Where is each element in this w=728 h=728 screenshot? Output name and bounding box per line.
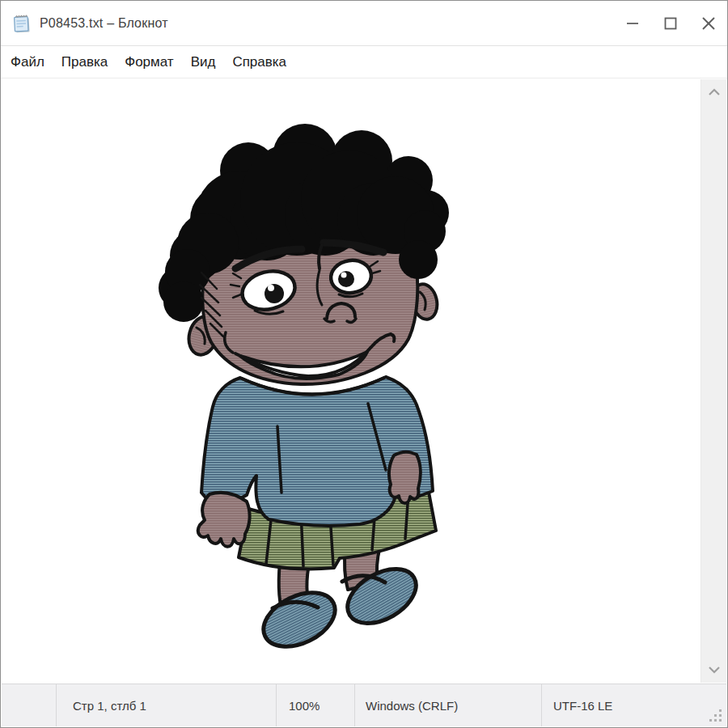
resize-grip-icon[interactable] bbox=[709, 709, 722, 722]
menu-item-help[interactable]: Справка bbox=[232, 54, 286, 70]
menu-item-format[interactable]: Формат bbox=[125, 54, 173, 70]
notepad-window: P08453.txt – Блокнот Файл Правка bbox=[0, 0, 728, 728]
status-zoom-level: 100% bbox=[277, 684, 354, 726]
menu-item-view[interactable]: Вид bbox=[191, 54, 216, 70]
status-line-endings: Windows (CRLF) bbox=[355, 684, 541, 726]
clipart-child-image bbox=[135, 122, 452, 656]
minimize-button[interactable] bbox=[613, 1, 651, 45]
status-blank-segment bbox=[2, 684, 56, 726]
menubar: Файл Правка Формат Вид Справка bbox=[1, 47, 727, 78]
status-cursor-position: Стр 1, стлб 1 bbox=[57, 684, 276, 726]
maximize-button[interactable] bbox=[651, 1, 689, 45]
menu-item-edit[interactable]: Правка bbox=[61, 54, 108, 70]
chevron-down-icon bbox=[708, 666, 721, 674]
maximize-icon bbox=[662, 15, 679, 32]
vertical-scrollbar[interactable] bbox=[700, 79, 726, 683]
titlebar: P08453.txt – Блокнот bbox=[1, 1, 727, 46]
status-encoding: UTF-16 LE bbox=[542, 684, 726, 726]
close-icon bbox=[700, 15, 717, 32]
notepad-icon[interactable] bbox=[11, 12, 32, 34]
minimize-icon bbox=[624, 15, 641, 32]
close-button[interactable] bbox=[689, 1, 727, 45]
scroll-up-button[interactable] bbox=[706, 87, 722, 97]
window-controls bbox=[613, 1, 727, 45]
chevron-up-icon bbox=[708, 88, 721, 96]
window-title: P08453.txt – Блокнот bbox=[40, 16, 168, 31]
edit-area[interactable] bbox=[2, 79, 700, 683]
statusbar: Стр 1, стлб 1 100% Windows (CRLF) UTF-16… bbox=[2, 684, 726, 726]
menu-item-file[interactable]: Файл bbox=[11, 54, 44, 70]
scroll-down-button[interactable] bbox=[706, 665, 722, 675]
